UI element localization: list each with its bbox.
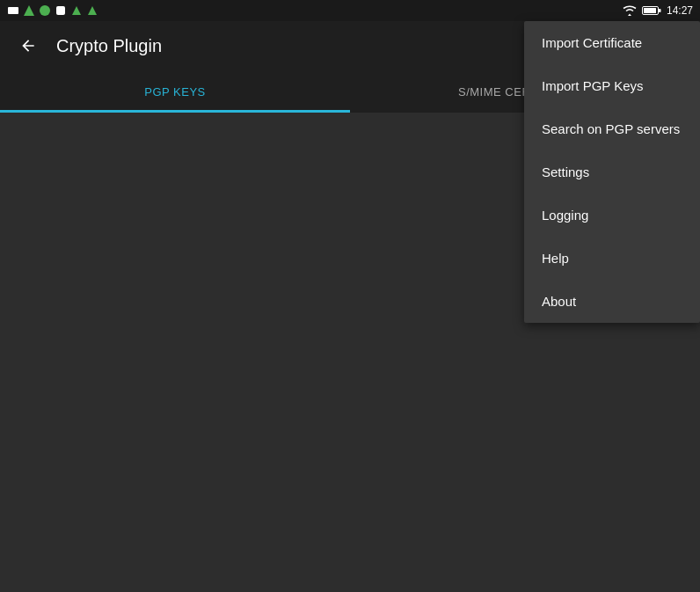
menu-item-import-certificate[interactable]: Import Certificate bbox=[524, 21, 700, 64]
status-icons bbox=[7, 4, 98, 17]
svg-rect-0 bbox=[8, 7, 18, 14]
menu-item-import-pgp-keys[interactable]: Import PGP Keys bbox=[524, 64, 700, 107]
menu-item-settings[interactable]: Settings bbox=[524, 150, 700, 194]
svg-rect-3 bbox=[56, 6, 65, 15]
icon5 bbox=[70, 4, 83, 17]
svg-point-2 bbox=[40, 5, 50, 16]
svg-marker-4 bbox=[72, 6, 81, 15]
battery-icon bbox=[642, 5, 661, 16]
tab-pgp-keys[interactable]: PGP KEYS bbox=[0, 70, 350, 113]
svg-rect-8 bbox=[659, 9, 661, 12]
status-right: 14:27 bbox=[623, 4, 693, 17]
icon4 bbox=[55, 4, 67, 17]
icon6 bbox=[86, 4, 98, 17]
menu-item-logging[interactable]: Logging bbox=[524, 194, 700, 237]
menu-item-search-pgp-servers[interactable]: Search on PGP servers bbox=[524, 107, 700, 150]
svg-marker-1 bbox=[24, 5, 34, 16]
menu-item-about[interactable]: About bbox=[524, 280, 700, 323]
icon3 bbox=[39, 4, 51, 17]
dropdown-menu: Import Certificate Import PGP Keys Searc… bbox=[524, 21, 700, 323]
menu-item-help[interactable]: Help bbox=[524, 237, 700, 280]
svg-rect-7 bbox=[644, 8, 656, 13]
status-time: 14:27 bbox=[667, 4, 693, 17]
back-button[interactable] bbox=[14, 32, 42, 60]
svg-marker-5 bbox=[88, 6, 97, 15]
icon2 bbox=[23, 4, 35, 17]
icon1 bbox=[7, 4, 19, 17]
wifi-icon bbox=[623, 5, 637, 16]
status-bar: 14:27 bbox=[0, 0, 700, 21]
